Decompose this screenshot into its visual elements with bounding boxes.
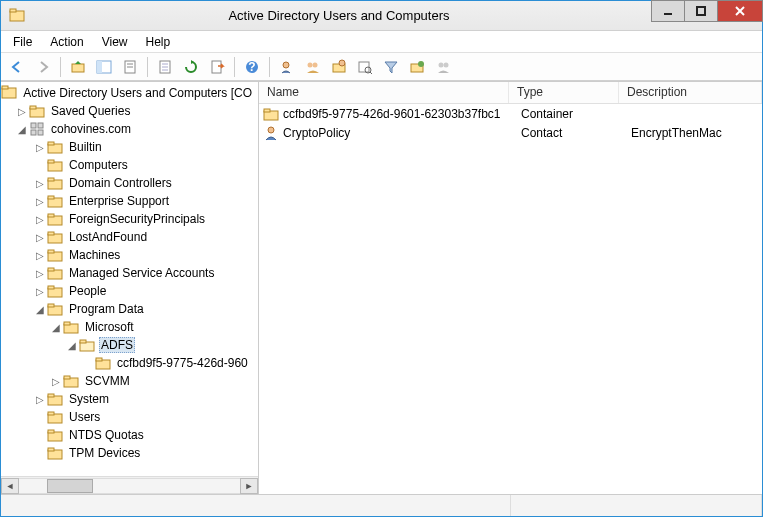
expander-icon[interactable]: ▷ — [49, 376, 63, 387]
expander-icon[interactable]: ▷ — [33, 214, 47, 225]
svg-rect-34 — [30, 106, 36, 109]
tree-horizontal-scrollbar[interactable]: ◄ ► — [1, 476, 258, 494]
tree-node-lost-and-found[interactable]: ▷LostAndFound — [1, 228, 258, 246]
list-row[interactable]: ccfbd9f5-9775-426d-9601-62303b37fbc1Cont… — [259, 104, 762, 123]
expander-icon[interactable]: ▷ — [33, 196, 47, 207]
svg-rect-1 — [10, 9, 16, 12]
expander-icon[interactable]: ▷ — [33, 394, 47, 405]
svg-rect-8 — [97, 61, 102, 73]
folder-icon — [29, 103, 45, 119]
expander-icon[interactable]: ▷ — [33, 178, 47, 189]
svg-rect-62 — [80, 340, 86, 343]
tree-node-builtin[interactable]: ▷Builtin — [1, 138, 258, 156]
menu-help[interactable]: Help — [138, 33, 179, 51]
scroll-right-button[interactable]: ► — [240, 478, 258, 494]
scroll-left-button[interactable]: ◄ — [1, 478, 19, 494]
tree-label: Managed Service Accounts — [67, 266, 216, 280]
tree-node-scvmm[interactable]: ▷SCVMM — [1, 372, 258, 390]
svg-point-77 — [268, 127, 274, 133]
svg-rect-66 — [64, 376, 70, 379]
tree-root[interactable]: Active Directory Users and Computers [CO — [1, 84, 258, 102]
tree-node-tpm-devices[interactable]: TPM Devices — [1, 444, 258, 462]
new-ou-button[interactable] — [327, 55, 351, 79]
expander-icon[interactable]: ▷ — [33, 142, 47, 153]
column-header-type[interactable]: Type — [509, 82, 619, 103]
window-title: Active Directory Users and Computers — [27, 8, 651, 23]
new-user-button[interactable] — [275, 55, 299, 79]
scroll-track[interactable] — [19, 478, 240, 494]
folder-icon — [47, 193, 63, 209]
tree-node-adfs[interactable]: ◢ADFS — [1, 336, 258, 354]
tree-node-foreign-security-principals[interactable]: ▷ForeignSecurityPrincipals — [1, 210, 258, 228]
add-criteria-button[interactable] — [405, 55, 429, 79]
folder-icon — [47, 229, 63, 245]
expander-icon[interactable]: ▷ — [33, 232, 47, 243]
help-button[interactable]: ? — [240, 55, 264, 79]
svg-rect-36 — [38, 123, 43, 128]
tree-label: ADFS — [99, 337, 135, 353]
svg-point-30 — [444, 62, 449, 67]
forward-button[interactable] — [31, 55, 55, 79]
tree-node-managed-service-accounts[interactable]: ▷Managed Service Accounts — [1, 264, 258, 282]
expander-icon[interactable]: ▷ — [33, 286, 47, 297]
up-button[interactable] — [66, 55, 90, 79]
find-button[interactable] — [353, 55, 377, 79]
folder-icon — [47, 427, 63, 443]
folder-icon — [47, 265, 63, 281]
expander-icon[interactable]: ◢ — [33, 304, 47, 315]
close-button[interactable] — [717, 0, 763, 22]
export-button[interactable] — [205, 55, 229, 79]
tree-node-machines[interactable]: ▷Machines — [1, 246, 258, 264]
toolbar-separator — [60, 57, 61, 77]
tree-node-computers[interactable]: Computers — [1, 156, 258, 174]
menu-view[interactable]: View — [94, 33, 136, 51]
tree-label: System — [67, 392, 111, 406]
list-row[interactable]: CryptoPolicyContactEncryptThenMac — [259, 123, 762, 142]
cell-name: CryptoPolicy — [283, 126, 350, 140]
svg-rect-50 — [48, 232, 54, 235]
expander-icon[interactable]: ◢ — [65, 340, 79, 351]
tree-label: Saved Queries — [49, 104, 132, 118]
minimize-button[interactable] — [651, 0, 685, 22]
menu-file[interactable]: File — [5, 33, 40, 51]
cut-button[interactable] — [153, 55, 177, 79]
show-hide-tree-button[interactable] — [92, 55, 116, 79]
expander-icon[interactable]: ◢ — [49, 322, 63, 333]
new-group-button[interactable] — [301, 55, 325, 79]
content-area: Active Directory Users and Computers [CO… — [1, 81, 762, 494]
expander-icon[interactable]: ▷ — [33, 268, 47, 279]
query-button[interactable] — [431, 55, 455, 79]
tree-view[interactable]: Active Directory Users and Computers [CO… — [1, 82, 258, 476]
tree-node-people[interactable]: ▷People — [1, 282, 258, 300]
tree-node-enterprise-support[interactable]: ▷Enterprise Support — [1, 192, 258, 210]
list-body[interactable]: ccfbd9f5-9775-426d-9601-62303b37fbc1Cont… — [259, 104, 762, 494]
svg-point-28 — [418, 61, 424, 67]
tree-node-ntds-quotas[interactable]: NTDS Quotas — [1, 426, 258, 444]
tree-saved-queries[interactable]: ▷ Saved Queries — [1, 102, 258, 120]
tree-domain[interactable]: ◢ cohovines.com — [1, 120, 258, 138]
contact-icon — [263, 125, 279, 141]
folder-icon — [263, 106, 279, 122]
tree-node-adfs-guid[interactable]: ccfbd9f5-9775-426d-960 — [1, 354, 258, 372]
properties-button[interactable] — [118, 55, 142, 79]
folder-icon — [63, 319, 79, 335]
tree-node-system[interactable]: ▷System — [1, 390, 258, 408]
back-button[interactable] — [5, 55, 29, 79]
refresh-button[interactable] — [179, 55, 203, 79]
folder-icon — [47, 301, 63, 317]
menu-action[interactable]: Action — [42, 33, 91, 51]
maximize-button[interactable] — [684, 0, 718, 22]
expander-icon[interactable]: ◢ — [15, 124, 29, 135]
svg-rect-52 — [48, 250, 54, 253]
expander-icon[interactable]: ▷ — [33, 250, 47, 261]
tree-node-domain-controllers[interactable]: ▷Domain Controllers — [1, 174, 258, 192]
scroll-thumb[interactable] — [47, 479, 93, 493]
tree-node-program-data[interactable]: ◢Program Data — [1, 300, 258, 318]
tree-label: ccfbd9f5-9775-426d-960 — [115, 356, 250, 370]
column-header-name[interactable]: Name — [259, 82, 509, 103]
expander-icon[interactable]: ▷ — [15, 106, 29, 117]
column-header-description[interactable]: Description — [619, 82, 762, 103]
filter-button[interactable] — [379, 55, 403, 79]
tree-node-users[interactable]: Users — [1, 408, 258, 426]
tree-node-microsoft[interactable]: ◢Microsoft — [1, 318, 258, 336]
